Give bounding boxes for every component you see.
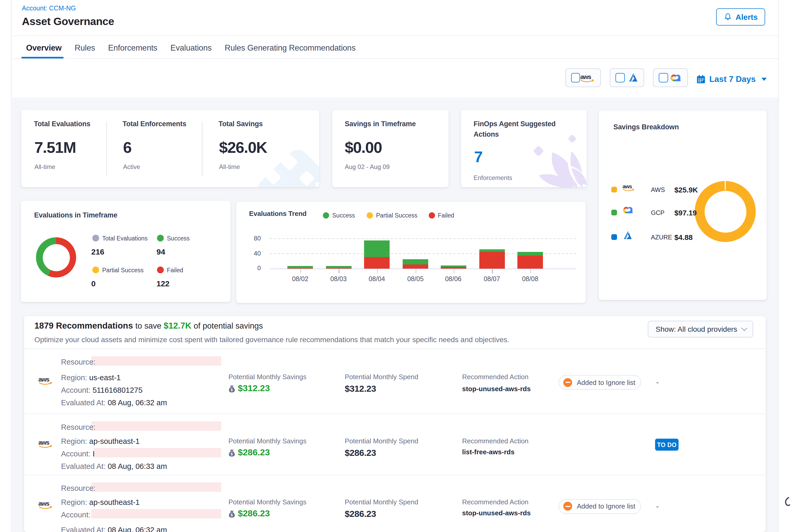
svg-text:aws: aws xyxy=(623,183,632,189)
svg-text:aws: aws xyxy=(38,376,49,383)
svg-text:aws: aws xyxy=(38,439,49,446)
svg-text:aws: aws xyxy=(38,500,49,507)
svg-text:aws: aws xyxy=(581,73,591,80)
svg-text:$: $ xyxy=(230,387,233,392)
svg-text:$: $ xyxy=(230,512,233,517)
svg-text:$: $ xyxy=(230,452,233,456)
